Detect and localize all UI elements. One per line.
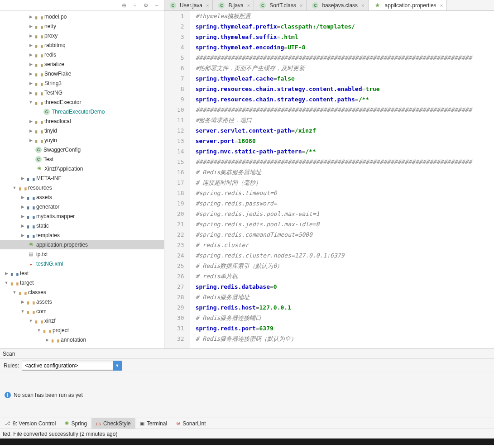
locate-icon[interactable]: ⊕: [120, 2, 128, 9]
tool-tab[interactable]: csCheckStyle: [91, 418, 135, 429]
code-line[interactable]: spring.thymeleaf.suffix=.html: [196, 32, 489, 42]
code-line[interactable]: # 连接超时时间（毫秒）: [196, 177, 489, 188]
expand-arrow-icon[interactable]: ▼: [28, 319, 34, 323]
expand-arrow-icon[interactable]: ▼: [20, 309, 25, 314]
tree-item[interactable]: ▶▖▗mybatis.mapper: [0, 211, 164, 221]
tree-item[interactable]: ▶▖▗model.po: [0, 12, 164, 21]
tree-item[interactable]: ▤ip.txt: [0, 249, 164, 259]
code-editor[interactable]: 1234567891011121314151617181920212223242…: [164, 11, 494, 348]
expand-arrow-icon[interactable]: ▶: [20, 233, 25, 238]
tree-item[interactable]: ▶▖▗yuyin: [0, 135, 164, 145]
editor-tab[interactable]: CUser.java×: [164, 0, 213, 10]
close-icon[interactable]: ×: [206, 3, 209, 8]
close-icon[interactable]: ×: [247, 3, 250, 8]
code-line[interactable]: #spring.redis.commandTimeout=5000: [196, 229, 489, 240]
code-line[interactable]: ########################################…: [196, 52, 489, 63]
expand-arrow-icon[interactable]: ▶: [28, 71, 34, 76]
close-icon[interactable]: ×: [361, 3, 364, 8]
expand-arrow-icon[interactable]: ▶: [28, 138, 34, 143]
expand-arrow-icon[interactable]: ▼: [12, 186, 17, 190]
expand-arrow-icon[interactable]: ▶: [28, 81, 34, 86]
code-line[interactable]: #spring.redis.jedis.pool.max-idle=8: [196, 219, 489, 229]
code-line[interactable]: spring.redis.port=6379: [196, 323, 489, 334]
tree-item[interactable]: ▶▖▗String3: [0, 78, 164, 88]
code-line[interactable]: # redis.cluster: [196, 240, 489, 250]
code-line[interactable]: #服务请求路径，端口: [196, 115, 489, 125]
tool-tab[interactable]: ▣Terminal: [135, 418, 172, 429]
code-line[interactable]: ########################################…: [196, 157, 489, 167]
tree-item[interactable]: ▶▖▗assets: [0, 192, 164, 202]
tree-item[interactable]: ⬥testNG.xml: [0, 259, 164, 268]
code-line[interactable]: # Redis集群服务器地址: [196, 167, 489, 177]
code-line[interactable]: spring.thymeleaf.cache=false: [196, 73, 489, 84]
code-line[interactable]: spring.resources.chain.strategy.content.…: [196, 84, 489, 94]
expand-arrow-icon[interactable]: ▼: [12, 290, 17, 295]
expand-arrow-icon[interactable]: ▶: [28, 119, 34, 124]
tree-item[interactable]: ▼▖▗project: [0, 325, 164, 335]
expand-arrow-icon[interactable]: ▼: [36, 328, 42, 333]
close-icon[interactable]: ×: [300, 3, 302, 8]
tree-item[interactable]: ▶▖▗redis: [0, 50, 164, 59]
expand-arrow-icon[interactable]: ▶: [28, 52, 34, 57]
code-line[interactable]: ########################################…: [196, 105, 489, 115]
hide-icon[interactable]: −: [153, 2, 160, 9]
editor-tab[interactable]: CSortT.class×: [254, 0, 307, 10]
expand-arrow-icon[interactable]: ▶: [20, 300, 25, 304]
tree-item[interactable]: ▶▖▗templates: [0, 230, 164, 240]
tree-item[interactable]: ▼▖▗com: [0, 306, 164, 316]
tree-item[interactable]: ▶▖▗serialize: [0, 59, 164, 69]
expand-arrow-icon[interactable]: ▶: [28, 14, 34, 19]
tree-item[interactable]: ▼▖▗resources: [0, 183, 164, 192]
rules-select[interactable]: ▼: [22, 361, 122, 371]
tree-item[interactable]: ▶▖▗SnowFlake: [0, 69, 164, 78]
expand-arrow-icon[interactable]: ▶: [4, 271, 9, 276]
expand-arrow-icon[interactable]: ▶: [28, 43, 34, 48]
expand-arrow-icon[interactable]: ▶: [20, 224, 25, 228]
code-line[interactable]: #热部署文件，页面不产生缓存，及时更新: [196, 63, 489, 73]
tree-item[interactable]: ▶▖▗assets: [0, 297, 164, 306]
expand-arrow-icon[interactable]: ▶: [20, 214, 25, 219]
code-line[interactable]: server.port=18080: [196, 136, 489, 146]
tree-item[interactable]: ▼▖▗classes: [0, 287, 164, 297]
expand-arrow-icon[interactable]: ▶: [28, 62, 34, 67]
code-line[interactable]: spring.redis.host=127.0.0.1: [196, 302, 489, 313]
tree-item[interactable]: CTest: [0, 154, 164, 164]
code-line[interactable]: spring.redis.database=0: [196, 281, 489, 292]
tree-item[interactable]: ▶▖▗generator: [0, 202, 164, 211]
expand-arrow-icon[interactable]: ▶: [28, 129, 34, 133]
tree-item[interactable]: ▶▖▗static: [0, 221, 164, 230]
code-line[interactable]: #spring.redis.password=: [196, 198, 489, 209]
tree-item[interactable]: ▼▖▗target: [0, 278, 164, 287]
code-line[interactable]: spring.thymeleaf.prefix=classpath:/templ…: [196, 21, 489, 32]
tree-item[interactable]: CSwaggerConfig: [0, 145, 164, 154]
tree-item[interactable]: ▶▖▗test: [0, 268, 164, 278]
rules-input[interactable]: [22, 362, 113, 369]
tree-item[interactable]: CThreadExecutorDemo: [0, 107, 164, 116]
tool-tab[interactable]: ⊝SonarLint: [172, 418, 210, 429]
tree-item[interactable]: ▶▖▗tinyid: [0, 126, 164, 135]
tree-item[interactable]: ❀XinzfApplication: [0, 164, 164, 173]
tree-item[interactable]: ▶▖▗annotation: [0, 335, 164, 344]
scan-header[interactable]: Scan: [0, 349, 494, 359]
expand-arrow-icon[interactable]: ▶: [20, 176, 25, 181]
expand-arrow-icon[interactable]: ▶: [28, 91, 34, 95]
expand-arrow-icon[interactable]: ▼: [4, 281, 9, 285]
tree-item[interactable]: ▶▖▗threadlocal: [0, 116, 164, 126]
tree-item[interactable]: ▶▖▗netty: [0, 21, 164, 31]
tree-item[interactable]: ▼▖▗threadExecutor: [0, 97, 164, 107]
settings-icon[interactable]: ⚙: [142, 2, 149, 9]
code-line[interactable]: # Redis数据库索引（默认为0）: [196, 261, 489, 271]
dropdown-icon[interactable]: ▼: [113, 361, 122, 371]
tree-item[interactable]: ❀application.properties: [0, 240, 164, 249]
expand-arrow-icon[interactable]: ▼: [28, 100, 34, 105]
tree-item[interactable]: ▶▖▗proxy: [0, 31, 164, 40]
code-line[interactable]: #spring.redis.cluster.nodes=127.0.0.1:63…: [196, 250, 489, 261]
close-icon[interactable]: ×: [440, 3, 443, 8]
tool-tab[interactable]: ⎇9: Version Control: [0, 418, 60, 429]
code-line[interactable]: spring.mvc.static-path-pattern=/**: [196, 146, 489, 157]
tree-item[interactable]: ▶▖▗META-INF: [0, 173, 164, 183]
source-code[interactable]: #thymelea模板配置spring.thymeleaf.prefix=cla…: [190, 11, 494, 348]
tool-tab[interactable]: ❀Spring: [60, 418, 91, 429]
code-line[interactable]: # Redis服务器地址: [196, 292, 489, 302]
expand-arrow-icon[interactable]: ▶: [44, 338, 50, 342]
